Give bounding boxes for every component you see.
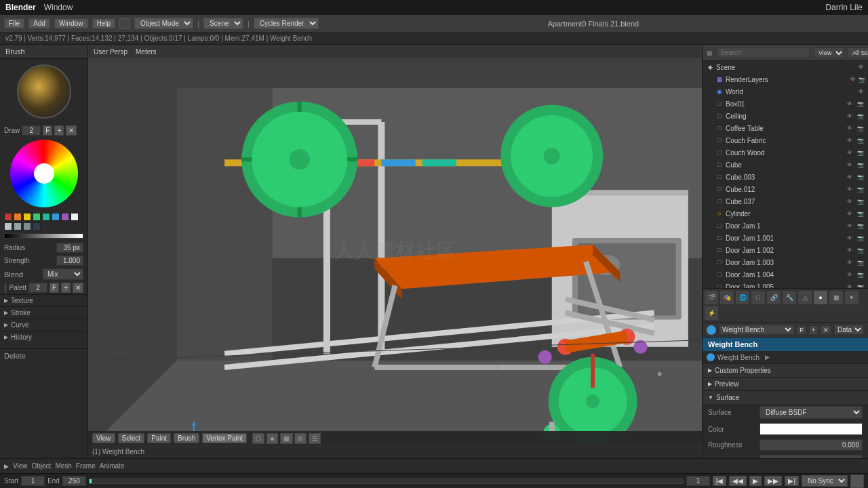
- mesh-render-14[interactable]: 📷: [856, 270, 865, 279]
- brush-btn[interactable]: Brush: [174, 433, 199, 443]
- mesh-eye-11[interactable]: 👁: [845, 233, 854, 243]
- outliner-item-door-jam-1.001[interactable]: □ Door Jam 1.001 👁 📷: [703, 232, 868, 244]
- paint-btn[interactable]: Paint: [147, 433, 171, 443]
- jump-end-btn[interactable]: ▶|: [785, 476, 799, 486]
- viewport[interactable]: User Persp Meters: [88, 45, 702, 458]
- surface-field-select[interactable]: Diffuse BSDF: [760, 406, 863, 419]
- view-select[interactable]: View: [814, 47, 845, 58]
- select-btn[interactable]: Select: [118, 433, 145, 443]
- swatch-cyan[interactable]: [42, 213, 50, 221]
- history-header[interactable]: ▶ History: [4, 333, 83, 341]
- outliner-item-couch-fabric[interactable]: □ Couch Fabric 👁 📷: [703, 134, 868, 146]
- color-wheel[interactable]: [10, 140, 78, 207]
- mesh-render-9[interactable]: 📷: [856, 209, 865, 218]
- renderlayers-eye[interactable]: 👁: [848, 75, 857, 84]
- outliner-item-ceiling[interactable]: □ Ceiling 👁 📷: [703, 110, 868, 122]
- mesh-render-8[interactable]: 📷: [856, 197, 865, 206]
- outliner-item-door-jam-1.004[interactable]: □ Door Jam 1.004 👁 📷: [703, 268, 868, 281]
- constraints-tab[interactable]: 🔗: [766, 290, 781, 305]
- palette-f-btn[interactable]: F: [50, 283, 59, 293]
- texture-header[interactable]: ▶ Texture: [4, 297, 83, 304]
- current-frame[interactable]: 1: [686, 476, 710, 486]
- play-btn[interactable]: ▶: [749, 476, 762, 486]
- frame-label[interactable]: Frame: [76, 462, 96, 470]
- mesh-render-4[interactable]: 📷: [856, 148, 865, 157]
- outliner-item-cube.037[interactable]: □ Cube.037 👁 📷: [703, 195, 868, 207]
- obj-plus-btn[interactable]: +: [809, 325, 818, 335]
- engine-dropdown[interactable]: Cycles Render: [254, 18, 319, 29]
- world-tab[interactable]: 🌐: [735, 290, 750, 305]
- mode-dropdown[interactable]: Object Mode: [134, 18, 193, 29]
- props-object-name[interactable]: Weight Bench: [703, 338, 868, 351]
- scene-eye[interactable]: 👁: [856, 62, 865, 72]
- swatch-purple[interactable]: [61, 213, 69, 221]
- preview-header[interactable]: ▶ Preview: [703, 378, 868, 390]
- swatch-red[interactable]: [4, 213, 12, 221]
- mesh-eye-13[interactable]: 👁: [845, 258, 854, 267]
- outliner-item-cube.012[interactable]: □ Cube.012 👁 📷: [703, 183, 868, 195]
- end-frame[interactable]: 250: [62, 476, 86, 486]
- window-menu[interactable]: Window: [44, 3, 73, 12]
- physics-tab[interactable]: ⚡: [704, 306, 719, 321]
- outliner-item-door-jam-1[interactable]: □ Door Jam 1 👁 📷: [703, 220, 868, 232]
- swatch-blue[interactable]: [52, 213, 60, 221]
- color-preview[interactable]: [760, 423, 863, 435]
- outliner-renderlayers[interactable]: ▦ RenderLayers 👁 📷: [703, 73, 868, 85]
- mesh-render-11[interactable]: 📷: [856, 233, 865, 243]
- surface-header[interactable]: ▼ Surface: [703, 391, 868, 404]
- obj-context-select[interactable]: Weight Bench: [719, 325, 794, 335]
- mesh-render-3[interactable]: 📷: [856, 136, 865, 145]
- add-menu[interactable]: Add: [28, 18, 50, 28]
- mesh-render-1[interactable]: 📷: [856, 111, 865, 121]
- mesh-eye-8[interactable]: 👁: [845, 197, 854, 206]
- obj-f-btn[interactable]: F: [797, 325, 806, 335]
- outliner-item-cube[interactable]: □ Cube 👁 📷: [703, 159, 868, 171]
- next-keyframe-btn[interactable]: ▶▶: [764, 476, 782, 486]
- outliner-item-door-jam-1.005[interactable]: □ Door Jam 1.005 👁 📷: [703, 281, 868, 289]
- radius-value[interactable]: 35 px: [56, 243, 83, 253]
- draw-x-btn[interactable]: ✕: [66, 125, 77, 136]
- material-tab[interactable]: ●: [813, 290, 828, 305]
- swatch-lightgray[interactable]: [4, 222, 12, 230]
- mesh-render-13[interactable]: 📷: [856, 258, 865, 267]
- outliner-item-door-jam-1.002[interactable]: □ Door Jam 1.002 👁 📷: [703, 244, 868, 256]
- outliner-item-cylinder[interactable]: ○ Cylinder 👁 📷: [703, 207, 868, 220]
- mesh-render-5[interactable]: 📷: [856, 160, 865, 169]
- texture-tab[interactable]: ▦: [829, 290, 844, 305]
- object-tab[interactable]: □: [751, 290, 766, 305]
- gradient-strip[interactable]: [4, 233, 83, 239]
- mesh-eye-10[interactable]: 👁: [845, 221, 854, 230]
- mesh-render-0[interactable]: 📷: [856, 99, 865, 108]
- mesh-eye-4[interactable]: 👁: [845, 148, 854, 157]
- mesh-eye-14[interactable]: 👁: [845, 270, 854, 279]
- vertex-paint-btn[interactable]: Vertex Paint: [202, 433, 247, 443]
- animate-label[interactable]: Animate: [100, 462, 125, 470]
- palette-plus-btn[interactable]: +: [61, 283, 71, 293]
- mesh-render-15[interactable]: 📷: [856, 282, 865, 289]
- outliner-item-box01[interactable]: □ Box01 👁 📷: [703, 98, 868, 110]
- obj-x-btn[interactable]: ✕: [821, 325, 831, 335]
- swatch-white[interactable]: [71, 213, 79, 221]
- draw-f-btn[interactable]: F: [43, 125, 52, 136]
- swatch-gray[interactable]: [14, 222, 22, 230]
- scene-select[interactable]: All Scenes: [848, 47, 868, 58]
- view-label[interactable]: View: [13, 462, 28, 470]
- mesh-render-12[interactable]: 📷: [856, 245, 865, 255]
- mesh-render-6[interactable]: 📷: [856, 172, 865, 182]
- outliner-item-couch-wood[interactable]: □ Couch Wood 👁 📷: [703, 146, 868, 159]
- swatch-black[interactable]: [33, 222, 41, 230]
- palette-input[interactable]: [28, 283, 47, 293]
- mesh-eye-0[interactable]: 👁: [845, 99, 854, 108]
- mesh-eye-7[interactable]: 👁: [845, 184, 854, 194]
- strength-value[interactable]: 1.000: [56, 256, 83, 266]
- outliner-item-coffee-table[interactable]: □ Coffee Table 👁 📷: [703, 122, 868, 134]
- modifier-tab[interactable]: 🔧: [782, 290, 797, 305]
- scene-tab[interactable]: 🎭: [719, 290, 734, 305]
- outliner-search[interactable]: [717, 47, 810, 58]
- mesh-render-10[interactable]: 📷: [856, 221, 865, 230]
- blend-select[interactable]: Mix: [43, 268, 83, 280]
- stroke-header[interactable]: ▶ Stroke: [4, 309, 83, 317]
- outliner-world[interactable]: ◉ World 👁: [703, 85, 868, 98]
- particles-tab[interactable]: ✦: [844, 290, 859, 305]
- render-tab[interactable]: 🎬: [704, 290, 719, 305]
